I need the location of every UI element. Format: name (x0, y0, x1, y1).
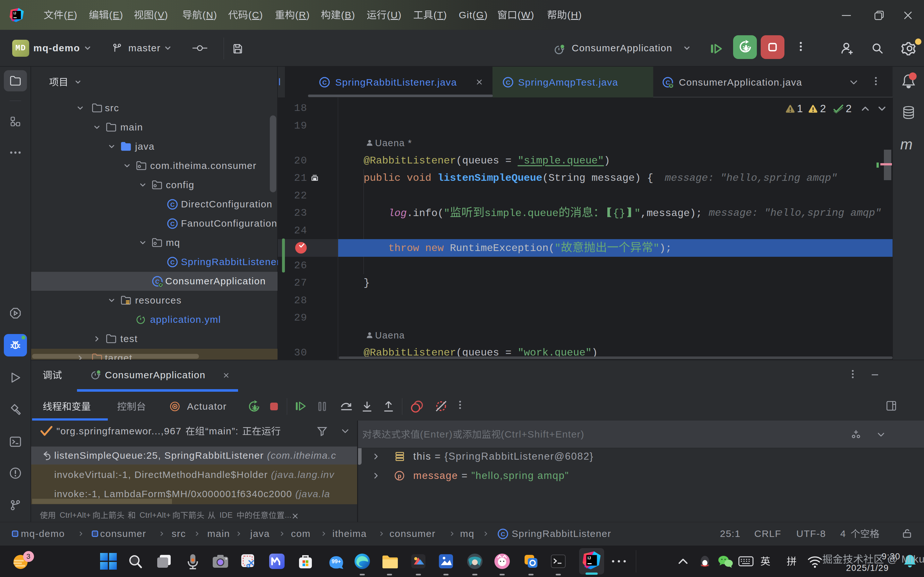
svg-text:C: C (170, 201, 175, 208)
svg-text:p: p (397, 472, 401, 479)
svg-text:C: C (170, 221, 175, 227)
svg-text:C: C (322, 79, 327, 86)
svg-text:IJ: IJ (588, 556, 591, 560)
svg-text:C: C (506, 79, 510, 86)
svg-text:C: C (501, 531, 505, 538)
svg-text:C: C (170, 259, 175, 266)
svg-text:99+: 99+ (332, 558, 341, 564)
svg-text:IJ: IJ (13, 11, 16, 15)
